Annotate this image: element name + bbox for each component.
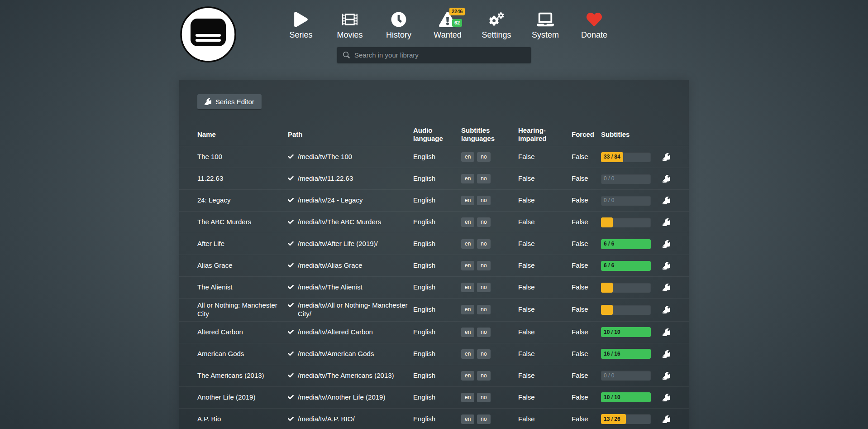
subtitles-progress-bar xyxy=(601,305,651,315)
row-name: Another Life (2019) xyxy=(197,390,288,405)
progress-fill: 33 / 84 xyxy=(601,152,623,162)
main-nav: SeriesMoviesHistoryWanted224662SettingsS… xyxy=(283,12,612,40)
row-forced: False xyxy=(572,390,601,405)
progress-label: 33 / 84 xyxy=(604,154,620,160)
edit-series-button[interactable] xyxy=(661,238,672,250)
row-hearing-impaired: False xyxy=(518,259,572,273)
row-subtitles: 6 / 6 xyxy=(601,258,660,274)
row-path: /media/tv/The Alienist xyxy=(288,280,413,294)
path-text: /media/tv/The Americans (2013) xyxy=(298,371,394,380)
path-text: /media/tv/Another Life (2019) xyxy=(298,393,385,402)
row-path: /media/tv/All or Nothing- Manchester Cit… xyxy=(288,299,413,321)
row-subtitle-languages: enno xyxy=(461,325,518,340)
subtitle-language-badge: no xyxy=(477,152,490,162)
play-icon xyxy=(292,12,310,27)
table-row: 11.22.63/media/tv/11.22.63EnglishennoFal… xyxy=(179,168,689,190)
row-path: /media/tv/American Gods xyxy=(288,347,413,361)
row-forced: False xyxy=(572,215,601,229)
progress-fill: 10 / 10 xyxy=(601,392,651,402)
edit-series-button[interactable] xyxy=(661,392,672,403)
edit-series-button[interactable] xyxy=(661,327,672,338)
row-path: /media/tv/24 - Legacy xyxy=(288,193,413,207)
nav-item-label: System xyxy=(532,30,559,40)
check-icon xyxy=(288,372,294,378)
progress-fill xyxy=(601,283,613,293)
wrench-icon xyxy=(663,175,670,183)
row-subtitle-languages: enno xyxy=(461,258,518,273)
check-icon xyxy=(288,219,294,225)
nav-item-wanted[interactable]: Wanted224662 xyxy=(429,12,466,40)
row-subtitles: 0 / 0 xyxy=(601,368,660,383)
wrench-icon xyxy=(663,328,670,336)
row-actions xyxy=(660,170,678,187)
content-panel: Series Editor NamePathAudio languageSubt… xyxy=(179,80,689,429)
row-audio-language: English xyxy=(413,193,461,207)
check-icon xyxy=(288,197,294,203)
nav-item-settings[interactable]: Settings xyxy=(478,12,515,40)
edit-series-button[interactable] xyxy=(661,348,672,360)
nav-item-series[interactable]: Series xyxy=(283,12,319,40)
edit-series-button[interactable] xyxy=(661,282,672,293)
row-subtitle-languages: enno xyxy=(461,171,518,186)
edit-series-button[interactable] xyxy=(661,195,672,206)
subtitle-language-badge: en xyxy=(461,371,474,381)
series-editor-button[interactable]: Series Editor xyxy=(197,94,262,109)
subtitle-language-badge: no xyxy=(477,196,490,205)
search-input[interactable] xyxy=(354,51,531,59)
table-row: Altered Carbon/media/tv/Altered CarbonEn… xyxy=(179,322,689,343)
table-row: The 100/media/tv/The 100EnglishennoFalse… xyxy=(179,146,689,168)
wrench-icon xyxy=(663,394,670,401)
row-audio-language: English xyxy=(413,150,461,164)
row-name: 24: Legacy xyxy=(197,193,288,207)
row-subtitle-languages: enno xyxy=(461,368,518,383)
subtitles-progress-bar xyxy=(601,217,651,227)
row-subtitles: 10 / 10 xyxy=(601,390,660,405)
nav-item-label: Series xyxy=(289,30,312,40)
row-actions xyxy=(660,279,678,296)
row-name: The Alienist xyxy=(197,280,288,294)
row-audio-language: English xyxy=(413,390,461,405)
edit-series-button[interactable] xyxy=(661,173,672,184)
bazarr-logo[interactable] xyxy=(179,5,237,63)
path-text: /media/tv/A.P. BIO/ xyxy=(298,415,355,424)
row-path: /media/tv/Alias Grace xyxy=(288,259,413,273)
edit-series-button[interactable] xyxy=(661,414,672,425)
row-actions xyxy=(660,214,678,231)
column-header-name: Name xyxy=(197,130,288,139)
progress-fill: 16 / 16 xyxy=(601,349,651,359)
subtitles-progress-bar: 10 / 10 xyxy=(601,392,651,402)
row-subtitles xyxy=(601,280,660,295)
row-path: /media/tv/11.22.63 xyxy=(288,172,413,186)
row-hearing-impaired: False xyxy=(518,193,572,207)
nav-item-movies[interactable]: Movies xyxy=(332,12,368,40)
edit-series-button[interactable] xyxy=(661,260,672,271)
edit-series-button[interactable] xyxy=(661,217,672,228)
progress-fill: 6 / 6 xyxy=(601,239,651,249)
nav-item-donate[interactable]: Donate xyxy=(576,12,612,40)
row-forced: False xyxy=(572,347,601,361)
progress-label: 0 / 0 xyxy=(601,372,614,379)
wrench-icon xyxy=(663,218,670,226)
row-subtitles: 13 / 26 xyxy=(601,411,660,427)
row-name: All or Nothing: Manchester City xyxy=(197,299,288,321)
row-path: /media/tv/The Americans (2013) xyxy=(288,369,413,383)
row-hearing-impaired: False xyxy=(518,237,572,251)
check-icon xyxy=(288,302,294,308)
row-path: /media/tv/After Life (2019)/ xyxy=(288,237,413,251)
wrench-icon xyxy=(663,372,670,380)
table-body: The 100/media/tv/The 100EnglishennoFalse… xyxy=(179,146,689,429)
nav-item-history[interactable]: History xyxy=(381,12,417,40)
row-hearing-impaired: False xyxy=(518,280,572,294)
nav-item-system[interactable]: System xyxy=(527,12,563,40)
edit-series-button[interactable] xyxy=(661,304,672,315)
progress-fill xyxy=(601,217,613,227)
row-actions xyxy=(660,257,678,274)
subtitle-language-badge: en xyxy=(461,152,474,162)
edit-series-button[interactable] xyxy=(661,370,672,381)
row-audio-language: English xyxy=(413,325,461,339)
row-path: /media/tv/The ABC Murders xyxy=(288,215,413,229)
edit-series-button[interactable] xyxy=(661,151,672,163)
row-forced: False xyxy=(572,237,601,251)
column-header-path: Path xyxy=(288,130,413,139)
check-icon xyxy=(288,175,294,181)
